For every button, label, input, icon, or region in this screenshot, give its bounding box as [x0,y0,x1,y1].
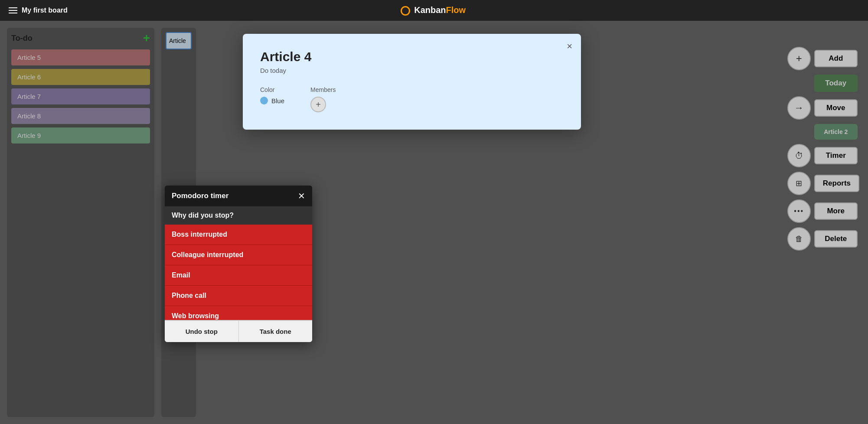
modal-subtitle: Do today [260,67,564,74]
color-field: Color Blue [260,86,284,112]
undo-stop-button[interactable]: Undo stop [165,320,239,342]
members-field: Members + [310,86,336,112]
logo: KanbanFlow [401,5,466,16]
logo-flow: Flow [446,5,466,15]
option-email[interactable]: Email [165,265,312,286]
add-member-button[interactable]: + [310,97,326,112]
option-web-browsing[interactable]: Web browsing [165,306,312,320]
article-modal: × Article 4 Do today Color Blue Members … [243,34,581,130]
modal-fields: Color Blue Members + [260,86,564,112]
pomodoro-actions: Undo stop Task done [165,320,312,342]
pomodoro-question: Why did you stop? [165,206,312,225]
modal-title: Article 4 [260,49,564,64]
task-done-button[interactable]: Task done [239,320,313,342]
option-colleague-interrupted[interactable]: Colleague interrupted [165,245,312,265]
members-label: Members [310,86,336,93]
option-boss-interrupted[interactable]: Boss interrupted [165,225,312,245]
topbar: My first board KanbanFlow [0,0,868,21]
board-area: To-do + Article 5 Article 6 Article 7 Ar… [0,21,868,424]
modal-close-button[interactable]: × [567,41,572,52]
logo-circle [401,6,410,16]
menu-icon[interactable] [9,7,17,13]
color-label: Color [260,86,284,93]
logo-kanban: Kanban [414,5,446,15]
option-phone-call[interactable]: Phone call [165,286,312,306]
pomodoro-options-list: Boss interrupted Colleague interrupted E… [165,225,312,320]
color-dot [260,97,268,104]
pomodoro-header: Pomodoro timer ✕ [165,186,312,206]
pomodoro-close-button[interactable]: ✕ [298,191,305,201]
board-title: My first board [22,7,68,14]
pomodoro-popup: Pomodoro timer ✕ Why did you stop? Boss … [165,186,312,342]
color-value: Blue [271,97,284,104]
color-indicator[interactable]: Blue [260,97,284,104]
pomodoro-title: Pomodoro timer [172,192,228,200]
topbar-left: My first board [9,7,68,14]
